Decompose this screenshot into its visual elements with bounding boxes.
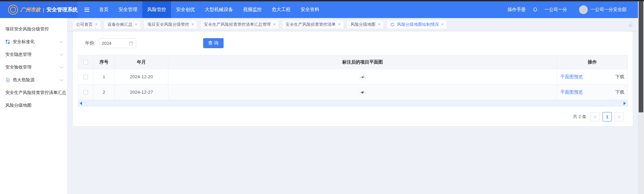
menu-collapse-icon[interactable]: [82, 5, 92, 15]
close-icon[interactable]: ×: [441, 22, 444, 27]
sidebar-item-label: 安全标准化: [13, 39, 34, 45]
unlock-icon[interactable]: [628, 22, 633, 27]
sidebar-item-major-hazard-source[interactable]: 危大危险源: [0, 74, 67, 86]
header-index: 序号: [93, 55, 115, 69]
app-title: 安全管理系统: [47, 6, 78, 13]
tab-label: 安全生产风险排查管控清单: [286, 22, 336, 27]
results-table: 序号 年月 标注后的项目平面图 操作 1 2024-12-20: [78, 55, 628, 100]
table-header-row: 序号 年月 标注后的项目平面图 操作: [78, 55, 628, 69]
tab-checklist[interactable]: 安全生产风险排查管控清单 ×: [282, 20, 344, 29]
filter-row: 年份: 查 询: [78, 37, 628, 55]
tabbar: 公司首页 × 设备台账汇总 × 项目安全风险分级管控 × 安全生产风险排查管控清…: [68, 18, 638, 31]
year-label: 年份:: [85, 40, 95, 46]
sidebar-item-risk-checklist-summary[interactable]: 安全生产风险排查管控清单汇总: [0, 86, 67, 99]
next-page-button[interactable]: >: [615, 112, 624, 121]
user-name: 一公司一分安全部: [590, 7, 627, 13]
select-all-checkbox[interactable]: [83, 60, 88, 65]
tab-company-home[interactable]: 公司首页 ×: [72, 20, 101, 29]
refresh-icon[interactable]: [390, 22, 395, 27]
sidebar-item-acceptance-mgmt[interactable]: 安全验收管理: [0, 61, 67, 74]
nav-item-video-monitor[interactable]: 视频监控: [238, 1, 267, 18]
calendar-icon[interactable]: [129, 41, 133, 45]
user-menu[interactable]: 一公司一分安全部: [579, 5, 627, 14]
sidebar-item-label: 危大危险源: [13, 77, 34, 83]
grid-icon: [5, 39, 10, 44]
sidebar-item-project-risk-grading[interactable]: 项目安全风险分级管控: [0, 23, 67, 35]
row-checkbox[interactable]: [83, 75, 88, 79]
manual-link[interactable]: 操作手册: [508, 7, 526, 13]
header-plan: 标注后的项目平面图: [168, 55, 557, 69]
document-icon: [5, 78, 10, 82]
tab-equipment-ledger[interactable]: 设备台账汇总 ×: [104, 20, 141, 29]
plan-thumbnail[interactable]: [359, 89, 366, 96]
nav-item-risk-control[interactable]: 风险管控: [142, 1, 171, 18]
header-select-all: [78, 55, 93, 69]
pagination: 共 2 条 < 1 >: [78, 112, 628, 121]
main-area: 项目安全风险分级管控 安全标准化 安全隐患管理 安全验收管理: [0, 18, 638, 194]
vertical-scrollbar[interactable]: [638, 1, 644, 194]
page-card: 年份: 查 询: [73, 31, 633, 126]
close-icon[interactable]: ×: [135, 22, 137, 27]
current-page-button[interactable]: 1: [602, 112, 612, 121]
tab-label: 安全生产风险排查管控清单汇总管理: [204, 22, 271, 27]
row-date: 2024-12-27: [115, 85, 168, 100]
tab-label: 风险分级地图: [350, 22, 376, 27]
nav-item-safety-excellence[interactable]: 安全创优: [171, 1, 200, 18]
sidebar-item-label: 项目安全风险分级管控: [5, 26, 49, 32]
tab-project-risk-grading[interactable]: 项目安全风险分级管控 ×: [144, 20, 197, 29]
close-icon[interactable]: ×: [273, 22, 275, 27]
nav-item-safety-mgmt[interactable]: 安全管理: [113, 1, 142, 18]
row-checkbox[interactable]: [83, 90, 88, 95]
sidebar-item-label: 安全验收管理: [5, 64, 31, 70]
sidebar-item-label: 安全生产风险排查管控清单汇总: [5, 90, 66, 96]
nav-item-major-projects[interactable]: 危大工程: [267, 1, 296, 18]
tab-label: 风险分级地图绘制情况: [397, 22, 439, 27]
tab-checklist-summary-mgmt[interactable]: 安全生产风险排查管控清单汇总管理 ×: [200, 20, 279, 29]
top-nav: 首页 安全管理 风险管控 安全创优 大型机械设备 视频监控 危大工程 安全资料: [94, 1, 324, 18]
tab-risk-grading-map[interactable]: 风险分级地图 ×: [347, 20, 384, 29]
avatar[interactable]: [579, 5, 588, 14]
plan-preview-link[interactable]: 平面图预览: [560, 74, 583, 80]
scrollbar-thumb[interactable]: [639, 1, 643, 112]
tab-label: 设备台账汇总: [107, 22, 133, 27]
scroll-left-icon[interactable]: [80, 102, 82, 105]
content-area: 公司首页 × 设备台账汇总 × 项目安全风险分级管控 × 安全生产风险排查管控清…: [68, 18, 638, 194]
sidebar: 项目安全风险分级管控 安全标准化 安全隐患管理 安全验收管理: [0, 18, 68, 194]
prev-page-button[interactable]: <: [590, 112, 600, 121]
topbar-right: 操作手册 一公司一分 一公司一分安全部: [508, 5, 638, 14]
header-date: 年月: [115, 55, 168, 69]
row-date: 2024-12-20: [115, 69, 168, 85]
tab-label: 公司首页: [76, 22, 93, 27]
year-picker[interactable]: [99, 38, 136, 48]
nav-item-home[interactable]: 首页: [94, 1, 113, 18]
tab-map-drawing-status[interactable]: 风险分级地图绘制情况 ×: [387, 20, 447, 29]
sidebar-item-hazard-mgmt[interactable]: 安全隐患管理: [0, 48, 67, 61]
year-input[interactable]: [102, 41, 125, 46]
sidebar-item-safety-standardization[interactable]: 安全标准化: [0, 35, 67, 48]
row-actions: 平面图预览 下载: [557, 74, 628, 80]
chevron-down-icon: [60, 40, 63, 43]
close-icon[interactable]: ×: [378, 22, 380, 27]
horizontal-scrollbar[interactable]: [78, 100, 628, 107]
sidebar-item-label: 风险分级地图: [5, 102, 31, 108]
nav-item-safety-docs[interactable]: 安全资料: [296, 1, 324, 18]
close-icon[interactable]: ×: [338, 22, 340, 27]
download-link[interactable]: 下载: [615, 74, 624, 80]
chevron-down-icon: [60, 65, 63, 69]
sidebar-item-risk-grading-map[interactable]: 风险分级地图: [0, 99, 67, 112]
scroll-right-icon[interactable]: [624, 102, 626, 105]
org-selector[interactable]: 一公司一分: [545, 7, 567, 13]
header-actions: 操作: [557, 55, 628, 69]
search-button[interactable]: 查 询: [203, 38, 224, 48]
brand-emblem-icon: [8, 5, 18, 15]
download-link[interactable]: 下载: [615, 89, 624, 95]
close-icon[interactable]: ×: [95, 22, 97, 27]
chevron-down-icon: [60, 53, 63, 56]
nav-item-large-machinery[interactable]: 大型机械设备: [200, 1, 238, 18]
bell-icon[interactable]: [533, 7, 538, 12]
brand: 广州市政 | 安全管理系统: [0, 1, 78, 18]
close-icon[interactable]: ×: [191, 22, 194, 27]
topbar: 广州市政 | 安全管理系统 首页 安全管理 风险管控 安全创优 大型机械设备 视…: [0, 1, 638, 18]
plan-preview-link[interactable]: 平面图预览: [560, 89, 583, 95]
plan-thumbnail[interactable]: [359, 74, 366, 80]
